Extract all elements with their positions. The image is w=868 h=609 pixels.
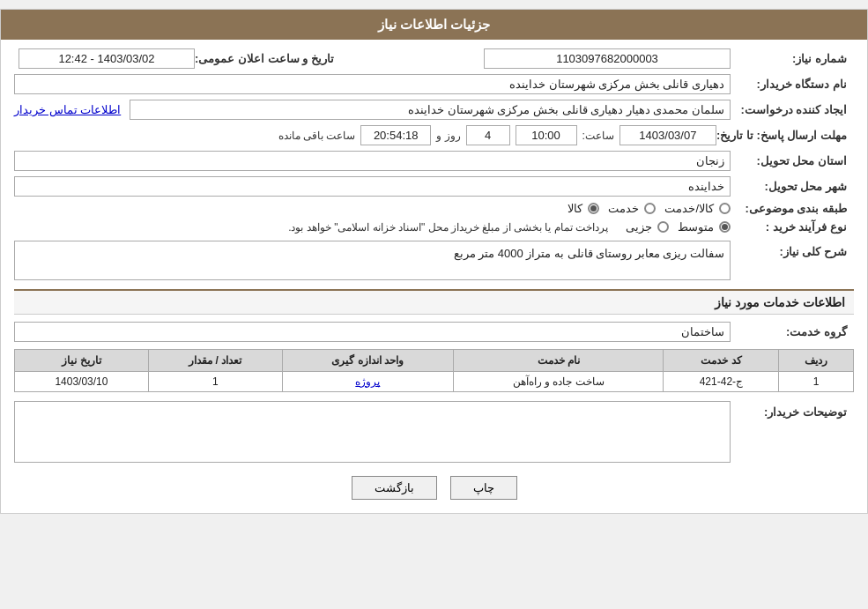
ostan-row: استان محل تحویل: زنجان (14, 151, 854, 171)
tabaqe-label: طبقه بندی موضوعی: (731, 202, 854, 215)
radio-kala-khedmat-icon (719, 203, 731, 214)
tawzih-textarea[interactable] (14, 401, 731, 463)
ostan-label: استان محل تحویل: (731, 154, 854, 167)
page-wrapper: جزئیات اطلاعات نیاز شماره نیاز: 11030976… (0, 9, 868, 514)
shahr-field: خداینده (14, 176, 731, 197)
radio-jozii-icon (657, 221, 669, 233)
col-kod: کد خدمت (664, 350, 779, 372)
col-radif: ردیف (779, 350, 854, 372)
remaining-field: 20:54:18 (360, 125, 431, 145)
radio-kala-label: کالا (568, 202, 582, 215)
goroheKhedmat-row: گروه خدمت: ساختمان (14, 322, 854, 342)
noeFaraind-label: نوع فرآیند خرید : (731, 220, 854, 234)
goroheKhedmat-field: ساختمان (14, 322, 731, 342)
page-title: جزئیات اطلاعات نیاز (378, 17, 490, 32)
cell-vahed[interactable]: پروژه (282, 372, 453, 392)
radio-kala-khedmat-item: کالا/خدمت (664, 202, 731, 215)
page-header: جزئیات اطلاعات نیاز (1, 10, 867, 40)
tabaqe-value-col: کالا/خدمت خدمت کالا (14, 202, 731, 215)
shahr-row: شهر محل تحویل: خداینده (14, 176, 854, 197)
namDasgah-field: دهیاری قانلی بخش مرکزی شهرستان خداینده (14, 74, 731, 94)
sharhKolli-value-col: سفالت ریزی معابر روستای قانلی به متراز 4… (14, 241, 731, 280)
deadline-value-col: 1403/03/07 ساعت: 10:00 4 روز و 20:54:18 … (14, 125, 716, 145)
ijadKonande-value-col: سلمان محمدی دهیار دهیاری قانلی بخش مرکزی… (14, 100, 731, 120)
namDasgah-row: نام دستگاه خریدار: دهیاری قانلی بخش مرکز… (14, 74, 854, 94)
table-header: ردیف کد خدمت نام خدمت واحد اندازه گیری ت… (15, 350, 854, 372)
tarikh-elan-label: تاریخ و ساعت اعلان عمومی: (195, 52, 371, 65)
goroheKhedmat-value-col: ساختمان (14, 322, 731, 342)
shahr-value-col: خداینده (14, 176, 731, 197)
shahr-label: شهر محل تحویل: (731, 180, 854, 193)
table-row: 1 ج-42-421 ساخت جاده و راه‌آهن پروژه 1 1… (15, 372, 854, 392)
shomareNiaz-label: شماره نیاز: (731, 52, 854, 65)
ijadKonande-label: ایجاد کننده درخواست: (731, 103, 854, 116)
back-button[interactable]: بازگشت (352, 476, 437, 500)
mohlatErsal-label: مهلت ارسال پاسخ: تا تاریخ: (716, 129, 854, 142)
radio-jozii-item: جزیی (626, 220, 669, 234)
sharhKolli-row: شرح کلی نیاز: سفالت ریزی معابر روستای قا… (14, 241, 854, 280)
rooz-label: روز و (436, 130, 460, 142)
mohlatErsal-row: مهلت ارسال پاسخ: تا تاریخ: 1403/03/07 سا… (14, 125, 854, 145)
cell-kod: ج-42-421 (664, 372, 779, 392)
tawzih-value-col (14, 401, 731, 463)
services-table: ردیف کد خدمت نام خدمت واحد اندازه گیری ت… (14, 349, 854, 392)
buttons-row: چاپ بازگشت (14, 476, 854, 500)
ijadKonande-field: سلمان محمدی دهیار دهیاری قانلی بخش مرکزی… (130, 100, 731, 120)
ijadKonande-row: ایجاد کننده درخواست: سلمان محمدی دهیار د… (14, 100, 854, 120)
tarikh-field: 1403/03/07 (619, 125, 716, 145)
radio-motavaset-label: متوسط (678, 220, 714, 234)
tabaqe-row: طبقه بندی موضوعی: کالا/خدمت خدمت کالا (14, 202, 854, 215)
tarikh-elan-field: 1403/03/02 - 12:42 (19, 48, 195, 69)
col-vahed: واحد اندازه گیری (282, 350, 453, 372)
saat-remaining-label: ساعت باقی مانده (278, 130, 356, 142)
table-body: 1 ج-42-421 ساخت جاده و راه‌آهن پروژه 1 1… (15, 372, 854, 392)
radio-khedmat-item: خدمت (608, 202, 656, 215)
radio-khedmat-label: خدمت (608, 202, 639, 215)
radio-kala-khedmat-label: کالا/خدمت (664, 202, 714, 215)
print-button[interactable]: چاپ (450, 476, 517, 500)
ostan-field: زنجان (14, 151, 731, 171)
shomareNiaz-value-col: 1103097682000003 تاریخ و ساعت اعلان عموم… (14, 48, 731, 69)
content-area: شماره نیاز: 1103097682000003 تاریخ و ساع… (1, 40, 867, 513)
rooz-field: 4 (466, 125, 510, 145)
contact-info-link[interactable]: اطلاعات تماس خریدار (14, 103, 121, 116)
shomareNiaz-field: 1103097682000003 (484, 48, 731, 69)
table-header-row: ردیف کد خدمت نام خدمت واحد اندازه گیری ت… (15, 350, 854, 372)
cell-nam: ساخت جاده و راه‌آهن (454, 372, 664, 392)
radio-kala-icon (588, 203, 599, 214)
radio-jozii-label: جزیی (626, 220, 652, 234)
tawzih-row: توضیحات خریدار: (14, 401, 854, 463)
namDasgah-label: نام دستگاه خریدار: (731, 78, 854, 91)
tawzih-label: توضیحات خریدار: (731, 401, 854, 419)
cell-radif: 1 (779, 372, 854, 392)
noeFaraind-value-col: متوسط جزیی پرداخت تمام یا بخشی از مبلغ خ… (14, 220, 731, 234)
cell-tarikh: 1403/03/10 (15, 372, 149, 392)
khadamat-section-title: اطلاعات خدمات مورد نیاز (14, 289, 854, 315)
col-tarikh: تاریخ نیاز (15, 350, 149, 372)
radio-motavaset-icon (719, 221, 731, 233)
radio-motavaset-item: متوسط (678, 220, 731, 234)
namDasgah-value-col: دهیاری قانلی بخش مرکزی شهرستان خداینده (14, 74, 731, 94)
col-nam: نام خدمت (454, 350, 664, 372)
goroheKhedmat-label: گروه خدمت: (731, 325, 854, 338)
sharhKolli-label: شرح کلی نیاز: (731, 241, 854, 258)
ostan-value-col: زنجان (14, 151, 731, 171)
cell-tedad: 1 (148, 372, 282, 392)
saat-field: 10:00 (516, 125, 577, 145)
col-tedad: تعداد / مقدار (148, 350, 282, 372)
saat-label: ساعت: (582, 130, 614, 142)
noeFaraind-radio-group: متوسط جزیی (626, 220, 731, 234)
sharhKolli-field: سفالت ریزی معابر روستای قانلی به متراز 4… (14, 241, 731, 280)
radio-khedmat-icon (644, 203, 656, 214)
notice-text: پرداخت تمام یا بخشی از مبلغ خریداز محل "… (288, 221, 608, 234)
radio-kala-item: کالا (568, 202, 599, 215)
noeFaraind-row: نوع فرآیند خرید : متوسط جزیی پرداخت تمام… (14, 220, 854, 234)
shomareNiaz-row: شماره نیاز: 1103097682000003 تاریخ و ساع… (14, 48, 854, 69)
